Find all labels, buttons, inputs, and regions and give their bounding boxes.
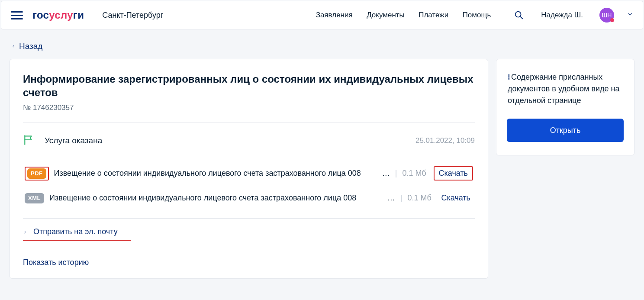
file-row: PDF Извещение о состоянии индивидуальног… xyxy=(23,160,475,187)
status-text: Услуга оказана xyxy=(45,136,415,145)
ellipsis: … xyxy=(387,194,395,203)
back-link[interactable]: Назад xyxy=(11,42,644,51)
flag-icon xyxy=(23,134,34,147)
notification-dot-icon xyxy=(610,18,614,22)
request-card: Информирование зарегистрированных лиц о … xyxy=(10,59,488,279)
logo[interactable]: гос услу ги xyxy=(32,9,84,21)
pdf-badge: PDF xyxy=(27,168,46,179)
location-selector[interactable]: Санкт-Петербург xyxy=(102,11,163,20)
request-number: № 1746230357 xyxy=(23,103,475,112)
status-date: 25.01.2022, 10:09 xyxy=(415,136,475,145)
app-header: гос услу ги Санкт-Петербург Заявления До… xyxy=(1,1,643,29)
logo-ugi: ги xyxy=(73,9,84,21)
download-link[interactable]: Скачать xyxy=(439,193,473,203)
download-link[interactable]: Скачать xyxy=(436,168,471,179)
side-card: ⁝Содержание присланных документов в удоб… xyxy=(496,59,634,155)
highlight-box: Скачать xyxy=(434,166,473,181)
logo-usl: услу xyxy=(49,9,73,21)
pipe: | xyxy=(400,194,402,203)
send-email-link[interactable]: Отправить на эл. почту xyxy=(23,227,131,241)
files-list: PDF Извещение о состоянии индивидуальног… xyxy=(23,160,475,219)
show-history-link[interactable]: Показать историю xyxy=(23,258,475,267)
file-name: Извещение о состоянии индивидуального ли… xyxy=(49,194,382,203)
chevron-left-icon xyxy=(11,43,16,50)
file-size: 0.1 Мб xyxy=(402,169,428,178)
bullet-icon: ⁝ xyxy=(508,73,510,81)
chevron-down-icon[interactable] xyxy=(627,11,633,19)
side-text: ⁝Содержание присланных документов в удоб… xyxy=(507,71,624,106)
logo-gos: гос xyxy=(32,9,49,21)
file-row: XML Извещение о состоянии индивидуальног… xyxy=(23,187,475,210)
user-name[interactable]: Надежда Ш. xyxy=(541,11,583,19)
avatar-initials: ШН xyxy=(602,12,612,19)
nav-documents[interactable]: Документы xyxy=(367,11,405,19)
avatar[interactable]: ШН xyxy=(599,8,614,23)
search-icon[interactable] xyxy=(514,10,524,20)
highlight-box: PDF xyxy=(25,167,49,181)
divider xyxy=(23,123,475,123)
nav-help[interactable]: Помощь xyxy=(463,11,491,19)
status-row: Услуга оказана 25.01.2022, 10:09 xyxy=(23,134,475,147)
menu-icon[interactable] xyxy=(11,9,23,22)
chevron-right-icon xyxy=(23,229,27,235)
send-email-label: Отправить на эл. почту xyxy=(33,227,118,236)
file-name: Извещение о состоянии индивидуального ли… xyxy=(54,169,377,178)
file-size: 0.1 Мб xyxy=(408,194,434,203)
ellipsis: … xyxy=(382,169,390,178)
xml-badge: XML xyxy=(25,193,44,203)
pipe: | xyxy=(395,169,397,178)
main-layout: Информирование зарегистрированных лиц о … xyxy=(0,59,644,279)
send-email-wrapper: Отправить на эл. почту xyxy=(23,219,475,241)
nav-applications[interactable]: Заявления xyxy=(316,11,353,19)
back-label: Назад xyxy=(19,42,42,51)
nav-payments[interactable]: Платежи xyxy=(419,11,448,19)
open-button[interactable]: Открыть xyxy=(507,119,624,142)
main-nav: Заявления Документы Платежи Помощь xyxy=(310,11,497,19)
side-text-content: Содержание присланных документов в удобн… xyxy=(508,73,620,105)
svg-line-1 xyxy=(520,16,523,19)
page-title: Информирование зарегистрированных лиц о … xyxy=(23,72,475,99)
